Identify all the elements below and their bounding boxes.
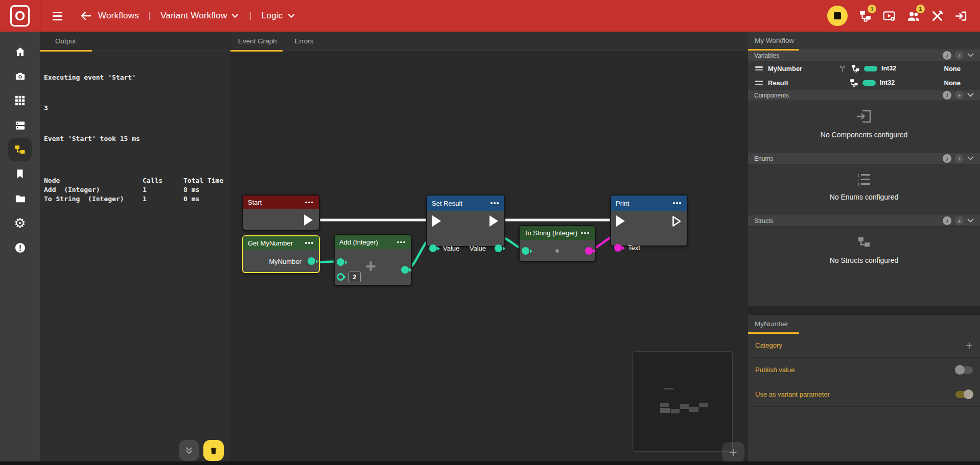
exec-out-pin[interactable] <box>304 214 313 226</box>
chevron-down-icon[interactable] <box>231 13 239 18</box>
tab-event-graph[interactable]: Event Graph <box>230 32 277 51</box>
info-icon[interactable]: i <box>943 154 951 163</box>
sidebar-item-home[interactable] <box>8 40 32 63</box>
back-arrow-icon[interactable] <box>80 10 92 22</box>
breadcrumb-workflows[interactable]: Workflows <box>98 11 139 21</box>
table-cell: 1 <box>143 186 183 193</box>
data-in-port[interactable] <box>337 258 344 266</box>
publish-value-toggle[interactable] <box>955 366 973 374</box>
data-in-port[interactable] <box>522 247 529 255</box>
data-out-port[interactable] <box>585 247 593 255</box>
data-in-port[interactable] <box>614 244 622 252</box>
data-out-port[interactable] <box>308 257 315 265</box>
property-variant-parameter: Use as variant parameter <box>748 382 980 407</box>
data-out-port[interactable] <box>495 244 502 252</box>
node-menu-icon[interactable] <box>397 241 406 243</box>
node-get-mynumber[interactable]: Get MyNumber MyNumber <box>242 235 320 273</box>
chevron-down-icon[interactable] <box>288 13 295 18</box>
info-icon[interactable]: i <box>943 91 951 100</box>
add-category-button[interactable]: + <box>966 338 973 353</box>
exit-icon[interactable] <box>954 10 967 22</box>
sidebar-item-devices[interactable] <box>8 113 32 137</box>
section-components[interactable]: Components i + <box>748 90 980 101</box>
minimap[interactable] <box>632 351 733 452</box>
properties-panel: MyNumber Category + Publish value Use as… <box>748 315 980 465</box>
variable-row-mynumber[interactable]: MyNumber Int32 None <box>748 61 980 76</box>
sidebar-item-bookmarks[interactable] <box>8 162 32 186</box>
svg-text:1: 1 <box>857 173 860 178</box>
node-menu-icon[interactable] <box>305 242 314 244</box>
section-enums[interactable]: Enums i + <box>748 153 980 164</box>
workflow-icon <box>14 143 26 156</box>
drag-handle-icon[interactable] <box>755 66 763 70</box>
node-canvas[interactable]: Start Get MyNumber MyNumber Add (Integer… <box>230 51 749 465</box>
chevron-down-icon[interactable] <box>967 93 974 97</box>
app-logo[interactable]: O <box>0 0 40 32</box>
menu-icon[interactable] <box>53 12 62 20</box>
node-menu-icon[interactable] <box>305 202 314 204</box>
info-icon[interactable]: i <box>943 51 951 60</box>
node-menu-icon[interactable] <box>491 202 500 204</box>
video-settings-icon[interactable] <box>882 9 896 22</box>
info-icon[interactable]: i <box>943 216 951 225</box>
chevron-down-icon[interactable] <box>967 156 974 161</box>
chevron-down-icon[interactable] <box>967 53 974 58</box>
data-in-port[interactable] <box>429 244 437 252</box>
tab-output[interactable]: Output <box>40 32 76 51</box>
exec-out-pin[interactable] <box>489 215 498 227</box>
collapse-output-button[interactable] <box>179 440 199 461</box>
tools-icon[interactable] <box>931 10 944 22</box>
workflow-link-icon[interactable]: 1 <box>858 9 872 22</box>
users-icon[interactable]: 1 <box>906 9 920 23</box>
sidebar-item-camera[interactable] <box>8 64 32 88</box>
console-line: Event 'Start' took 15 ms <box>44 135 226 142</box>
value-input[interactable]: 2 <box>348 272 361 282</box>
node-set-result[interactable]: Set Result Value Value <box>426 194 505 247</box>
console-line: Executing event 'Start' <box>44 74 226 81</box>
brand-logo-icon: O <box>10 5 30 27</box>
section-structs[interactable]: Structs i + <box>748 215 980 227</box>
server-icon <box>14 119 26 131</box>
clear-output-button[interactable] <box>203 440 224 461</box>
exec-in-pin[interactable] <box>432 215 441 227</box>
stop-button[interactable] <box>827 6 848 26</box>
add-variable-icon[interactable]: + <box>955 51 964 60</box>
variant-split-icon <box>838 64 847 73</box>
bottom-strip <box>0 461 980 465</box>
exec-in-pin[interactable] <box>616 215 625 227</box>
drag-handle-icon[interactable] <box>755 81 763 85</box>
col-header: Node <box>44 177 143 184</box>
node-print[interactable]: Print Text <box>610 194 688 247</box>
sidebar-item-alerts[interactable] <box>8 236 32 259</box>
zoom-in-button[interactable]: + <box>722 442 744 462</box>
data-out-port[interactable] <box>401 266 409 274</box>
add-struct-icon[interactable]: + <box>955 216 964 225</box>
workflow-selector[interactable]: Variant Workflow <box>160 11 227 21</box>
section-variables[interactable]: Variables i + <box>748 50 980 61</box>
sidebar-item-settings[interactable]: ⚙ <box>8 211 32 235</box>
active-tab-underline <box>40 50 92 52</box>
svg-text:2: 2 <box>857 178 860 182</box>
node-to-string[interactable]: To String (Integer) <box>519 225 596 262</box>
data-in-port[interactable] <box>337 273 344 281</box>
sidebar-item-apps[interactable] <box>8 89 32 112</box>
add-enum-icon[interactable]: + <box>955 154 964 163</box>
logic-selector[interactable]: Logic <box>262 11 283 21</box>
node-menu-icon[interactable] <box>673 202 682 204</box>
property-publish-value: Publish value <box>748 358 980 382</box>
node-start[interactable]: Start <box>242 194 320 231</box>
sidebar-item-files[interactable] <box>8 187 32 210</box>
tab-my-workflow[interactable]: My Workflow <box>748 32 980 50</box>
tab-errors[interactable]: Errors <box>277 32 314 51</box>
node-add-integer[interactable]: Add (Integer) 2 + <box>334 234 412 286</box>
tab-mynumber-properties[interactable]: MyNumber <box>748 315 980 333</box>
chevron-down-icon[interactable] <box>967 218 974 223</box>
variable-row-result[interactable]: Result Int32 None <box>748 76 980 90</box>
node-menu-icon[interactable] <box>581 232 590 234</box>
add-component-icon[interactable]: + <box>955 91 964 100</box>
table-cell: 8 ms <box>183 186 226 193</box>
exec-out-pin[interactable] <box>672 215 682 227</box>
sidebar-item-workflows[interactable] <box>8 138 32 161</box>
component-icon <box>856 109 872 124</box>
variant-parameter-toggle[interactable] <box>955 391 973 398</box>
